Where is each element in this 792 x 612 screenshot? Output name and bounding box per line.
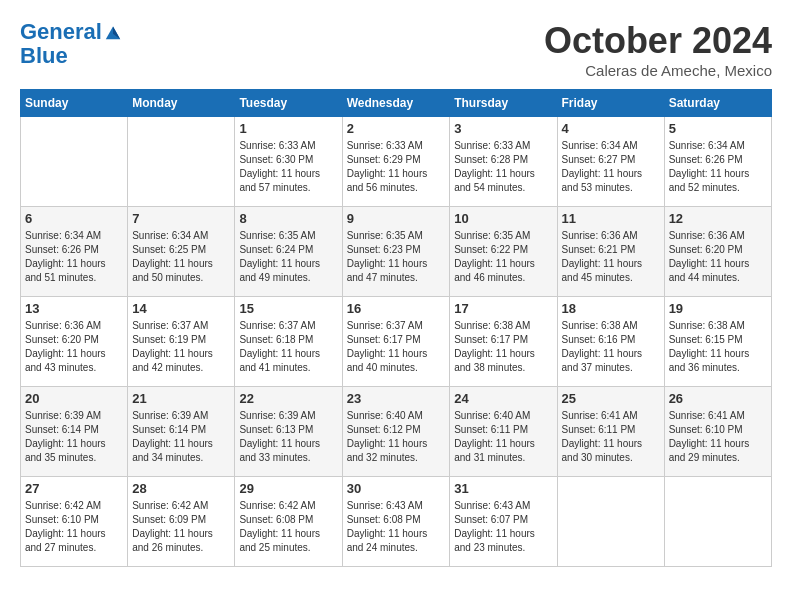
day-info: Sunrise: 6:35 AM Sunset: 6:22 PM Dayligh… [454, 229, 552, 285]
day-number: 29 [239, 481, 337, 496]
calendar-cell: 2Sunrise: 6:33 AM Sunset: 6:29 PM Daylig… [342, 117, 450, 207]
calendar-cell [128, 117, 235, 207]
day-number: 22 [239, 391, 337, 406]
calendar-cell: 29Sunrise: 6:42 AM Sunset: 6:08 PM Dayli… [235, 477, 342, 567]
day-info: Sunrise: 6:42 AM Sunset: 6:10 PM Dayligh… [25, 499, 123, 555]
calendar-cell: 25Sunrise: 6:41 AM Sunset: 6:11 PM Dayli… [557, 387, 664, 477]
calendar-cell: 11Sunrise: 6:36 AM Sunset: 6:21 PM Dayli… [557, 207, 664, 297]
calendar-cell: 31Sunrise: 6:43 AM Sunset: 6:07 PM Dayli… [450, 477, 557, 567]
calendar-week-3: 20Sunrise: 6:39 AM Sunset: 6:14 PM Dayli… [21, 387, 772, 477]
calendar-cell: 24Sunrise: 6:40 AM Sunset: 6:11 PM Dayli… [450, 387, 557, 477]
calendar-cell: 6Sunrise: 6:34 AM Sunset: 6:26 PM Daylig… [21, 207, 128, 297]
day-number: 23 [347, 391, 446, 406]
calendar-cell: 26Sunrise: 6:41 AM Sunset: 6:10 PM Dayli… [664, 387, 771, 477]
day-number: 13 [25, 301, 123, 316]
logo-icon [104, 23, 122, 41]
day-number: 15 [239, 301, 337, 316]
day-number: 31 [454, 481, 552, 496]
day-number: 16 [347, 301, 446, 316]
day-info: Sunrise: 6:40 AM Sunset: 6:11 PM Dayligh… [454, 409, 552, 465]
day-number: 14 [132, 301, 230, 316]
day-number: 25 [562, 391, 660, 406]
day-info: Sunrise: 6:36 AM Sunset: 6:20 PM Dayligh… [669, 229, 767, 285]
day-info: Sunrise: 6:37 AM Sunset: 6:18 PM Dayligh… [239, 319, 337, 375]
calendar-cell: 30Sunrise: 6:43 AM Sunset: 6:08 PM Dayli… [342, 477, 450, 567]
day-number: 8 [239, 211, 337, 226]
day-number: 18 [562, 301, 660, 316]
day-info: Sunrise: 6:34 AM Sunset: 6:26 PM Dayligh… [669, 139, 767, 195]
day-number: 26 [669, 391, 767, 406]
day-info: Sunrise: 6:35 AM Sunset: 6:23 PM Dayligh… [347, 229, 446, 285]
day-info: Sunrise: 6:42 AM Sunset: 6:09 PM Dayligh… [132, 499, 230, 555]
calendar-cell: 15Sunrise: 6:37 AM Sunset: 6:18 PM Dayli… [235, 297, 342, 387]
calendar-cell: 19Sunrise: 6:38 AM Sunset: 6:15 PM Dayli… [664, 297, 771, 387]
day-info: Sunrise: 6:39 AM Sunset: 6:14 PM Dayligh… [132, 409, 230, 465]
day-info: Sunrise: 6:40 AM Sunset: 6:12 PM Dayligh… [347, 409, 446, 465]
month-title: October 2024 [544, 20, 772, 62]
calendar-cell: 13Sunrise: 6:36 AM Sunset: 6:20 PM Dayli… [21, 297, 128, 387]
day-number: 21 [132, 391, 230, 406]
day-number: 6 [25, 211, 123, 226]
calendar-cell: 21Sunrise: 6:39 AM Sunset: 6:14 PM Dayli… [128, 387, 235, 477]
day-info: Sunrise: 6:36 AM Sunset: 6:21 PM Dayligh… [562, 229, 660, 285]
day-info: Sunrise: 6:34 AM Sunset: 6:27 PM Dayligh… [562, 139, 660, 195]
calendar-cell: 10Sunrise: 6:35 AM Sunset: 6:22 PM Dayli… [450, 207, 557, 297]
header-saturday: Saturday [664, 90, 771, 117]
day-info: Sunrise: 6:33 AM Sunset: 6:29 PM Dayligh… [347, 139, 446, 195]
day-number: 20 [25, 391, 123, 406]
calendar-cell [21, 117, 128, 207]
day-info: Sunrise: 6:34 AM Sunset: 6:25 PM Dayligh… [132, 229, 230, 285]
day-number: 10 [454, 211, 552, 226]
day-number: 17 [454, 301, 552, 316]
header-monday: Monday [128, 90, 235, 117]
calendar-week-4: 27Sunrise: 6:42 AM Sunset: 6:10 PM Dayli… [21, 477, 772, 567]
logo: General Blue [20, 20, 122, 68]
calendar-cell: 28Sunrise: 6:42 AM Sunset: 6:09 PM Dayli… [128, 477, 235, 567]
day-number: 24 [454, 391, 552, 406]
logo-text: General [20, 20, 102, 44]
day-number: 2 [347, 121, 446, 136]
calendar-cell: 14Sunrise: 6:37 AM Sunset: 6:19 PM Dayli… [128, 297, 235, 387]
day-info: Sunrise: 6:37 AM Sunset: 6:19 PM Dayligh… [132, 319, 230, 375]
day-info: Sunrise: 6:43 AM Sunset: 6:08 PM Dayligh… [347, 499, 446, 555]
day-info: Sunrise: 6:34 AM Sunset: 6:26 PM Dayligh… [25, 229, 123, 285]
logo-text-blue: Blue [20, 44, 122, 68]
calendar-cell: 9Sunrise: 6:35 AM Sunset: 6:23 PM Daylig… [342, 207, 450, 297]
header-tuesday: Tuesday [235, 90, 342, 117]
title-block: October 2024 Caleras de Ameche, Mexico [544, 20, 772, 79]
calendar-cell: 17Sunrise: 6:38 AM Sunset: 6:17 PM Dayli… [450, 297, 557, 387]
calendar-week-2: 13Sunrise: 6:36 AM Sunset: 6:20 PM Dayli… [21, 297, 772, 387]
day-number: 3 [454, 121, 552, 136]
day-number: 30 [347, 481, 446, 496]
header-sunday: Sunday [21, 90, 128, 117]
calendar-cell: 16Sunrise: 6:37 AM Sunset: 6:17 PM Dayli… [342, 297, 450, 387]
day-info: Sunrise: 6:33 AM Sunset: 6:28 PM Dayligh… [454, 139, 552, 195]
day-number: 9 [347, 211, 446, 226]
day-number: 5 [669, 121, 767, 136]
location: Caleras de Ameche, Mexico [544, 62, 772, 79]
day-number: 27 [25, 481, 123, 496]
calendar-cell: 18Sunrise: 6:38 AM Sunset: 6:16 PM Dayli… [557, 297, 664, 387]
header-wednesday: Wednesday [342, 90, 450, 117]
day-info: Sunrise: 6:38 AM Sunset: 6:17 PM Dayligh… [454, 319, 552, 375]
calendar-cell: 1Sunrise: 6:33 AM Sunset: 6:30 PM Daylig… [235, 117, 342, 207]
page-header: General Blue October 2024 Caleras de Ame… [20, 20, 772, 79]
calendar-cell: 22Sunrise: 6:39 AM Sunset: 6:13 PM Dayli… [235, 387, 342, 477]
day-number: 1 [239, 121, 337, 136]
calendar-cell: 7Sunrise: 6:34 AM Sunset: 6:25 PM Daylig… [128, 207, 235, 297]
header-friday: Friday [557, 90, 664, 117]
calendar-cell: 12Sunrise: 6:36 AM Sunset: 6:20 PM Dayli… [664, 207, 771, 297]
day-number: 4 [562, 121, 660, 136]
day-number: 12 [669, 211, 767, 226]
day-info: Sunrise: 6:41 AM Sunset: 6:11 PM Dayligh… [562, 409, 660, 465]
calendar-cell: 23Sunrise: 6:40 AM Sunset: 6:12 PM Dayli… [342, 387, 450, 477]
calendar-cell [664, 477, 771, 567]
calendar-week-0: 1Sunrise: 6:33 AM Sunset: 6:30 PM Daylig… [21, 117, 772, 207]
header-thursday: Thursday [450, 90, 557, 117]
day-info: Sunrise: 6:33 AM Sunset: 6:30 PM Dayligh… [239, 139, 337, 195]
calendar-cell [557, 477, 664, 567]
day-number: 28 [132, 481, 230, 496]
calendar-cell: 4Sunrise: 6:34 AM Sunset: 6:27 PM Daylig… [557, 117, 664, 207]
day-number: 7 [132, 211, 230, 226]
day-number: 11 [562, 211, 660, 226]
